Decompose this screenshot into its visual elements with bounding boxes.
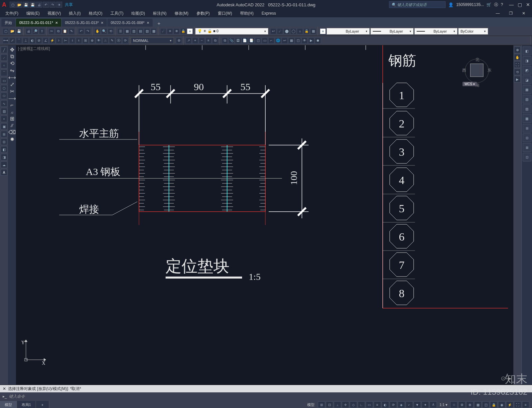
clean-screen-icon[interactable]: ⛶ [514, 401, 521, 408]
layer-freeze-icon[interactable]: ❄ [174, 28, 180, 34]
color-swatch-icon[interactable]: ■ [320, 28, 326, 34]
dim-edit-icon[interactable]: ✎ [109, 38, 115, 44]
erase-icon[interactable]: ⌫ [8, 129, 16, 135]
qat-saveas-icon[interactable]: 💾 [30, 2, 36, 8]
open-icon[interactable]: 📂 [9, 28, 15, 34]
plotstyle-combo[interactable]: ByColor▾ [458, 28, 488, 35]
viewport-icon[interactable]: ◫ [295, 38, 301, 44]
osnap-icon[interactable]: ◇ [350, 401, 357, 408]
layer-prev-icon[interactable]: ↩ [270, 28, 276, 34]
insert-icon[interactable]: ⊞ [1, 131, 7, 137]
qat-open-icon[interactable]: 📂 [16, 2, 22, 8]
ellipse-icon[interactable]: ⬭ [1, 93, 7, 99]
steering-icon[interactable]: ☸ [514, 47, 521, 53]
scale-icon[interactable]: ⤢ [10, 81, 14, 88]
dim-tedit-icon[interactable]: Ⓐ [116, 38, 122, 44]
qat-save-icon[interactable]: 💾 [23, 2, 29, 8]
selection-filter-icon[interactable]: ▼ [414, 401, 421, 408]
dim-diameter-icon[interactable]: ⊘ [36, 38, 42, 44]
lock-ui-icon[interactable]: 🔒 [490, 401, 497, 408]
gizmo-icon[interactable]: ✦ [422, 401, 429, 408]
copy-icon[interactable]: ⧉ [10, 54, 14, 60]
offset-icon[interactable]: ⫽ [9, 122, 15, 128]
arc-icon[interactable]: ⌒ [1, 70, 7, 76]
share-button[interactable]: 共享 [62, 2, 75, 8]
tolerance-icon[interactable]: ⊞ [82, 38, 88, 44]
command-input[interactable]: ▸_ 键入命令 [0, 392, 532, 400]
app-menu-icon[interactable]: Ⓐ [494, 2, 498, 8]
annoscale-icon[interactable]: Ａ [430, 401, 437, 408]
cart-icon[interactable]: 🛒 [486, 2, 491, 7]
minimize-button[interactable]: — [509, 2, 514, 7]
qat-plot-icon[interactable]: 🖨 [36, 2, 42, 8]
dim-update-icon[interactable]: ⟳ [122, 38, 128, 44]
menu-draw[interactable]: 绘图(D) [128, 10, 148, 17]
new-tab-button[interactable]: ＋ [153, 21, 165, 27]
save-icon[interactable]: 💾 [16, 28, 22, 34]
orbit-icon[interactable]: ⟲ [514, 69, 521, 75]
anno-mon-icon[interactable]: ⊕ [466, 401, 473, 408]
undo-icon[interactable]: ↶ [78, 28, 84, 34]
palette-8-icon[interactable]: ▩ [523, 114, 531, 123]
dim-inspect-icon[interactable]: 👁 [96, 38, 102, 44]
help-search-input[interactable]: 🔍键入关键字或短语 [389, 1, 446, 8]
menu-file[interactable]: 文件(F) [2, 10, 22, 17]
block-icon[interactable]: ▣ [1, 123, 7, 130]
palette-2-icon[interactable]: ◨ [523, 56, 531, 65]
ucs-world-icon[interactable]: 🌐 [275, 38, 281, 44]
wipeout-icon[interactable]: ◨ [1, 154, 7, 160]
snap-mode-icon[interactable]: ⊡ [326, 401, 333, 408]
ortho-icon[interactable]: ⟂ [334, 401, 341, 408]
mleader-collect-icon[interactable]: ⧉ [212, 38, 218, 44]
rectangle-icon[interactable]: ▭ [1, 77, 7, 84]
fillet-icon[interactable]: ⌐ [10, 102, 13, 108]
layer-manager-icon[interactable]: ☄ [160, 28, 166, 34]
menu-tools[interactable]: 工具(T) [107, 10, 127, 17]
status-model-label[interactable]: 模型 [305, 402, 317, 407]
lineweight-combo[interactable]: ByLayer▾ [414, 28, 458, 35]
zoom-icon[interactable]: 🔍 [101, 28, 107, 34]
image-attach-icon[interactable]: 🖼 [235, 38, 241, 44]
help-icon[interactable]: ? [501, 2, 503, 7]
polygon-icon[interactable]: ⬠ [1, 85, 7, 92]
menu-format[interactable]: 格式(O) [85, 10, 106, 17]
revision-icon[interactable]: ☁ [1, 161, 7, 168]
dim-baseline-icon[interactable]: ⊦ [56, 38, 62, 44]
layer-combo[interactable]: 💡 ☀ 🔓 ■ 0▾ [195, 28, 268, 35]
calc-icon[interactable]: ▩ [151, 28, 157, 34]
drawing-canvas[interactable]: [-][俯视][二维线框] 钢筋 1 2 3 4 5 6 [16, 45, 513, 385]
trim-icon[interactable]: ✂ [10, 88, 14, 95]
menu-window[interactable]: 窗口(W) [214, 10, 235, 17]
file-tab[interactable]: 05222-S-JG-01-011*✕ [16, 19, 61, 27]
text-icon[interactable]: A [1, 169, 7, 176]
menu-param[interactable]: 参数(P) [193, 10, 213, 17]
center-mark-icon[interactable]: ⊕ [89, 38, 95, 44]
menu-insert[interactable]: 插入(I) [66, 10, 84, 17]
match-icon[interactable]: ✎ [68, 28, 74, 34]
file-tab[interactable]: 05222-S-JG-01-008*✕ [107, 19, 153, 27]
palette-4-icon[interactable]: ◪ [523, 76, 531, 84]
qat-send-icon[interactable]: ✈ [56, 2, 62, 8]
units-icon[interactable]: ▦ [474, 401, 481, 408]
palette-7-icon[interactable]: ▨ [523, 104, 531, 113]
close-button[interactable]: ✕ [526, 2, 530, 7]
lineweight-icon[interactable]: ≡ [374, 401, 381, 408]
menu-express[interactable]: Express [258, 10, 279, 16]
chamfer-icon[interactable]: ⟓ [10, 109, 14, 115]
anno-vis-icon[interactable]: ☆ [450, 401, 458, 408]
table-icon[interactable]: ⊟ [1, 138, 7, 145]
menu-help[interactable]: 帮助(H) [237, 10, 257, 17]
spline-icon[interactable]: ∿ [1, 100, 7, 107]
toolpalette-icon[interactable]: ▥ [131, 28, 137, 34]
dim-arc-icon[interactable]: ⌒ [16, 38, 22, 44]
orbit-icon[interactable]: ⟲ [108, 28, 114, 34]
mleader-align-icon[interactable]: ≡ [205, 38, 211, 44]
close-tab-icon[interactable]: ✕ [101, 21, 103, 25]
palette-12-icon[interactable]: ⊡ [523, 153, 531, 161]
palette-1-icon[interactable]: ◧ [523, 47, 531, 55]
publish-icon[interactable]: ⇪ [39, 28, 45, 34]
showmotion-icon[interactable]: ▶ [514, 76, 521, 83]
extend-icon[interactable]: ⟶ [8, 95, 16, 102]
menu-view[interactable]: 视图(V) [44, 10, 64, 17]
frame-icon[interactable]: ▭ [262, 38, 268, 44]
